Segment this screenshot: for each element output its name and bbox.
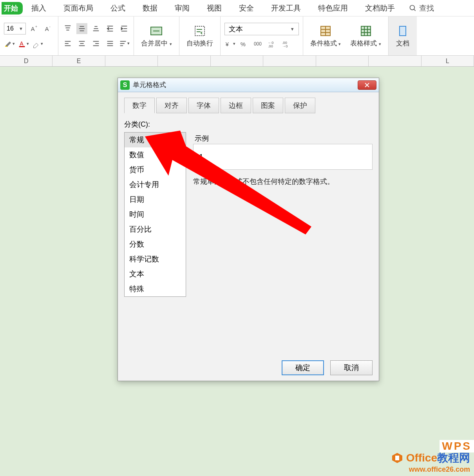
svg-text:+: + <box>35 25 37 29</box>
wrap-text-button[interactable]: 自动换行 <box>183 24 216 48</box>
close-button[interactable] <box>358 80 376 90</box>
number-format-value: 文本 <box>229 24 243 34</box>
col-F[interactable] <box>105 56 158 66</box>
menu-devtools[interactable]: 开发工具 <box>262 3 309 13</box>
cat-accounting[interactable]: 会计专用 <box>125 177 186 192</box>
percent-icon[interactable]: % <box>239 38 250 49</box>
cat-time[interactable]: 时间 <box>125 207 186 222</box>
col-I[interactable] <box>263 56 316 66</box>
chevron-down-icon: ▼ <box>290 27 295 31</box>
cancel-button[interactable]: 取消 <box>330 360 373 375</box>
ribbon: 16 ▼ A+ A- ▾ A▾ ▾ ▾ <box>0 16 474 56</box>
menu-bar: 开始 插入 页面布局 公式 数据 审阅 视图 安全 开发工具 特色应用 文档助手… <box>0 0 474 16</box>
table-style-button[interactable]: 表格样式 ▾ <box>347 24 384 48</box>
menu-review[interactable]: 审阅 <box>166 3 198 13</box>
tab-font[interactable]: 字体 <box>188 98 219 113</box>
column-headers: D E L <box>0 56 474 67</box>
menu-view[interactable]: 视图 <box>198 3 230 13</box>
font-size-value: 16 <box>7 25 14 32</box>
menu-insert[interactable]: 插入 <box>23 3 55 13</box>
dialog-tabs: 数字 对齐 字体 边框 图案 保护 <box>124 98 373 113</box>
align-bottom-icon[interactable] <box>90 23 101 34</box>
dialog-title: 单元格格式 <box>133 80 166 89</box>
align-left-icon[interactable] <box>62 38 73 49</box>
highlight-icon[interactable]: ▾ <box>4 38 15 49</box>
conditional-format-button[interactable]: 条件格式 ▾ <box>307 24 344 48</box>
sample-value: 1 <box>199 153 203 162</box>
col-K[interactable] <box>369 56 421 66</box>
align-middle-icon[interactable] <box>76 23 87 34</box>
cat-fraction[interactable]: 分数 <box>125 237 186 252</box>
cat-custom[interactable]: 自定义 <box>125 296 186 297</box>
svg-line-1 <box>414 9 416 11</box>
svg-text:A: A <box>20 40 24 46</box>
ok-button[interactable]: 确定 <box>282 360 324 375</box>
search-box[interactable]: 查找 <box>403 3 440 13</box>
cell-format-dialog: S 单元格格式 数字 对齐 字体 边框 图案 保护 分类(C): 常规 数值 货… <box>118 78 379 381</box>
menu-pagelayout[interactable]: 页面布局 <box>55 3 102 13</box>
decrease-decimal-icon[interactable]: .00→0 <box>281 38 292 49</box>
menu-dochelp[interactable]: 文档助手 <box>356 3 403 13</box>
increase-decimal-icon[interactable]: ←0.00 <box>267 38 278 49</box>
docfmt-label: 文档 <box>396 39 409 48</box>
merge-label: 合并居中 <box>141 40 168 47</box>
cat-percentage[interactable]: 百分比 <box>125 222 186 237</box>
format-detail-pane: 示例 1 常规单元格格式不包含任何特定的数字格式。 <box>193 132 373 355</box>
align-justify-icon[interactable] <box>105 38 116 49</box>
align-right-icon[interactable] <box>90 38 101 49</box>
tab-pattern[interactable]: 图案 <box>253 98 283 113</box>
tab-protect[interactable]: 保护 <box>285 98 315 113</box>
col-E[interactable]: E <box>52 56 105 66</box>
cat-scientific[interactable]: 科学记数 <box>125 252 186 267</box>
cat-number[interactable]: 数值 <box>125 147 186 162</box>
align-top-icon[interactable] <box>62 23 73 34</box>
cat-text[interactable]: 文本 <box>125 267 186 282</box>
office-logo-icon <box>391 452 403 464</box>
align-center-icon[interactable] <box>76 38 87 49</box>
col-J[interactable] <box>316 56 369 66</box>
svg-rect-40 <box>195 26 204 36</box>
svg-text:A: A <box>45 25 49 32</box>
eraser-icon[interactable]: ▾ <box>32 38 43 49</box>
col-L[interactable]: L <box>422 56 474 66</box>
cat-date[interactable]: 日期 <box>125 192 186 207</box>
menu-home[interactable]: 开始 <box>2 2 23 15</box>
svg-text:-: - <box>49 25 51 29</box>
cat-currency[interactable]: 货币 <box>125 162 186 177</box>
menu-special[interactable]: 特色应用 <box>309 3 356 13</box>
currency-icon[interactable]: ¥▾ <box>224 38 235 49</box>
tab-number[interactable]: 数字 <box>124 98 155 113</box>
menu-formula[interactable]: 公式 <box>102 3 134 13</box>
condfmt-label: 条件格式 <box>310 40 337 47</box>
orientation-icon[interactable]: ▾ <box>119 38 130 49</box>
indent-decrease-icon[interactable] <box>105 23 116 34</box>
number-format-select[interactable]: 文本 ▼ <box>224 23 299 35</box>
close-icon <box>364 83 370 87</box>
menu-data[interactable]: 数据 <box>134 3 166 13</box>
watermark-url: www.office26.com <box>391 465 470 474</box>
svg-point-0 <box>410 5 415 10</box>
category-list[interactable]: 常规 数值 货币 会计专用 日期 时间 百分比 分数 科学记数 文本 特殊 自定… <box>124 132 186 297</box>
comma-icon[interactable]: 000 <box>253 38 264 49</box>
tab-border[interactable]: 边框 <box>221 98 251 113</box>
cat-general[interactable]: 常规 <box>125 133 186 147</box>
search-label: 查找 <box>419 3 434 13</box>
tblstyle-label: 表格样式 <box>350 40 377 47</box>
cat-special[interactable]: 特殊 <box>125 282 186 296</box>
font-size-select[interactable]: 16 ▼ <box>4 23 26 35</box>
col-D[interactable]: D <box>0 56 52 66</box>
ribbon-font-group: 16 ▼ A+ A- ▾ A▾ ▾ <box>0 16 58 55</box>
merge-center-button[interactable]: 合并居中 ▾ <box>138 24 175 48</box>
col-H[interactable] <box>211 56 263 66</box>
wps-app-icon: S <box>120 80 130 90</box>
tab-align[interactable]: 对齐 <box>156 98 187 113</box>
decrease-font-icon[interactable]: A- <box>43 23 54 34</box>
col-G[interactable] <box>158 56 210 66</box>
indent-increase-icon[interactable] <box>119 23 130 34</box>
increase-font-icon[interactable]: A+ <box>29 23 40 34</box>
doc-format-button[interactable]: 文档 <box>393 24 413 48</box>
font-color-icon[interactable]: A▾ <box>18 38 29 49</box>
svg-rect-57 <box>400 26 406 36</box>
dialog-titlebar[interactable]: S 单元格格式 <box>118 78 379 92</box>
menu-security[interactable]: 安全 <box>230 3 262 13</box>
